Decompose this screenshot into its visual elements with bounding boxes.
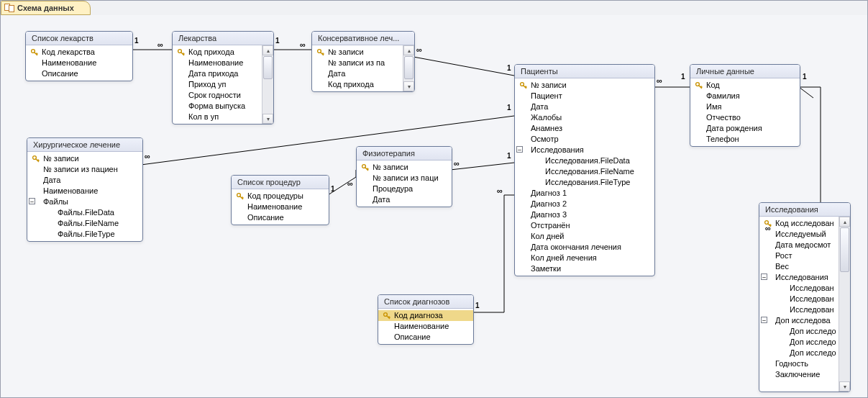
field-row[interactable]: № записи — [312, 47, 403, 58]
field-row[interactable]: Дата — [27, 175, 142, 186]
scroll-down-icon[interactable]: ▾ — [262, 114, 273, 124]
field-row[interactable]: −Исследования — [759, 272, 839, 283]
field-row[interactable]: Код — [690, 80, 800, 91]
field-row[interactable]: Телефон — [690, 134, 800, 145]
field-row[interactable]: № записи — [357, 162, 452, 173]
field-row[interactable]: Вес — [759, 261, 839, 272]
table-surgical[interactable]: Хирургическое лечение № записи№ записи и… — [27, 137, 143, 242]
field-row[interactable]: Дата медосмот — [759, 240, 839, 250]
table-research[interactable]: Исследования Код исследованИсследуемыйДа… — [759, 202, 851, 392]
field-row[interactable]: Диагноз 3 — [515, 209, 654, 220]
field-row[interactable]: Срок годности — [173, 90, 262, 101]
field-row[interactable]: Исследован — [759, 294, 839, 304]
field-row[interactable]: Описание — [26, 68, 132, 79]
table-drug-list[interactable]: Список лекарств Код лекарстваНаименовани… — [25, 31, 133, 81]
field-row[interactable]: Исследуемый — [759, 229, 839, 240]
field-row[interactable]: Исследования.FileData — [515, 155, 654, 166]
field-row[interactable]: Наименование — [173, 58, 262, 68]
field-row[interactable]: Приход уп — [173, 79, 262, 90]
field-row[interactable]: № записи — [515, 80, 654, 91]
diagram-canvas[interactable]: 1 ∞ 1 ∞ ∞ 1 ∞ 1 1 ∞ ∞ 1 1 ∞ ∞ 1 1 ∞ Спис… — [1, 15, 867, 397]
table-title[interactable]: Физиотерапия — [357, 147, 452, 160]
field-row[interactable]: Наименование — [232, 202, 329, 212]
table-drugs[interactable]: Лекарства Код приходаНаименованиеДата пр… — [172, 31, 274, 125]
collapse-icon[interactable]: − — [516, 146, 523, 153]
field-row[interactable]: Описание — [378, 332, 473, 343]
field-row[interactable]: Код прихода — [312, 79, 403, 90]
table-title[interactable]: Исследования — [759, 203, 850, 217]
field-row[interactable]: Исследован — [759, 283, 839, 294]
collapse-icon[interactable]: − — [761, 317, 767, 323]
scrollbar[interactable]: ▴ ▾ — [262, 45, 273, 124]
scroll-down-icon[interactable]: ▾ — [839, 381, 850, 392]
field-row[interactable]: Наименование — [378, 321, 473, 332]
scroll-down-icon[interactable]: ▾ — [403, 81, 414, 91]
field-row[interactable]: Отстранён — [515, 220, 654, 231]
scroll-up-icon[interactable]: ▴ — [403, 45, 414, 55]
field-row[interactable]: Наименование — [26, 58, 132, 68]
field-row[interactable]: Дата — [312, 68, 403, 79]
field-row[interactable]: № записи из па — [312, 58, 403, 68]
field-row[interactable]: Дата рождения — [690, 123, 800, 134]
field-row[interactable]: Диагноз 2 — [515, 199, 654, 209]
field-row[interactable]: Код диагноза — [378, 310, 473, 321]
field-row[interactable]: Кол в уп — [173, 112, 262, 122]
field-row[interactable]: Код лекарства — [26, 47, 132, 58]
field-row[interactable]: Наименование — [27, 186, 142, 196]
field-row[interactable]: Процедура — [357, 184, 452, 194]
field-row[interactable]: −Доп исследова — [759, 315, 839, 326]
field-row[interactable]: Годность — [759, 358, 839, 369]
field-row[interactable]: Описание — [232, 212, 329, 223]
tab-schema[interactable]: Схема данных — [1, 1, 91, 15]
field-row[interactable]: Код процедуры — [232, 191, 329, 202]
field-row[interactable]: Анамнез — [515, 123, 654, 134]
field-row[interactable]: −Исследования — [515, 145, 654, 155]
scroll-thumb[interactable] — [840, 227, 849, 272]
scroll-up-icon[interactable]: ▴ — [262, 45, 273, 55]
table-personal[interactable]: Личные данные КодФамилияИмяОтчествоДата … — [690, 64, 800, 147]
field-row[interactable]: Исследования.FileType — [515, 177, 654, 188]
table-title[interactable]: Список диагнозов — [378, 295, 473, 309]
scroll-up-icon[interactable]: ▴ — [839, 217, 850, 227]
field-row[interactable]: Диагноз 1 — [515, 188, 654, 199]
field-row[interactable]: Дата прихода — [173, 68, 262, 79]
field-row[interactable]: Доп исследо — [759, 348, 839, 358]
collapse-icon[interactable]: − — [29, 198, 35, 204]
field-row[interactable]: Дата — [357, 194, 452, 205]
table-title[interactable]: Личные данные — [690, 65, 800, 78]
field-row[interactable]: № записи из пациен — [27, 164, 142, 175]
field-row[interactable]: Кол дней лечения — [515, 253, 654, 263]
scrollbar[interactable]: ▴ ▾ — [403, 45, 414, 91]
field-row[interactable]: Заметки — [515, 263, 654, 274]
field-row[interactable]: Дата окончания лечения — [515, 242, 654, 253]
field-row[interactable]: Рост — [759, 250, 839, 261]
field-row[interactable]: Доп исследо — [759, 326, 839, 337]
field-row[interactable]: Жалобы — [515, 112, 654, 123]
table-patients[interactable]: Пациенты № записиПациентДатаЖалобыАнамне… — [514, 64, 655, 276]
table-physio[interactable]: Физиотерапия № записи№ записи из пациПро… — [356, 146, 452, 207]
field-row[interactable]: Исследования.FileName — [515, 166, 654, 177]
table-diag-list[interactable]: Список диагнозов Код диагнозаНаименовани… — [378, 294, 474, 345]
field-row[interactable]: Кол дней — [515, 231, 654, 242]
scroll-thumb[interactable] — [404, 56, 414, 79]
field-row[interactable]: Осмотр — [515, 134, 654, 145]
table-title[interactable]: Список процедур — [232, 176, 329, 189]
field-row[interactable]: Отчество — [690, 112, 800, 123]
field-row[interactable]: Фамилия — [690, 91, 800, 101]
scrollbar[interactable]: ▴ ▾ — [839, 217, 850, 392]
field-row[interactable]: Файлы.FileName — [27, 218, 142, 229]
field-row[interactable]: Файлы.FileType — [27, 229, 142, 240]
table-title[interactable]: Список лекарств — [26, 32, 132, 45]
table-title[interactable]: Консервативное леч... — [312, 32, 414, 45]
field-row[interactable]: Дата — [515, 101, 654, 112]
collapse-icon[interactable]: − — [761, 273, 767, 280]
field-row[interactable]: Файлы.FileData — [27, 207, 142, 218]
table-title[interactable]: Пациенты — [515, 65, 654, 78]
scroll-thumb[interactable] — [263, 56, 273, 79]
table-proc-list[interactable]: Список процедур Код процедурыНаименовани… — [231, 175, 329, 225]
field-row[interactable]: Исследован — [759, 304, 839, 315]
field-row[interactable]: Доп исследо — [759, 337, 839, 348]
table-conservative[interactable]: Консервативное леч... № записи№ записи и… — [311, 31, 415, 92]
field-row[interactable]: № записи из паци — [357, 173, 452, 184]
field-row[interactable]: № записи — [27, 153, 142, 164]
